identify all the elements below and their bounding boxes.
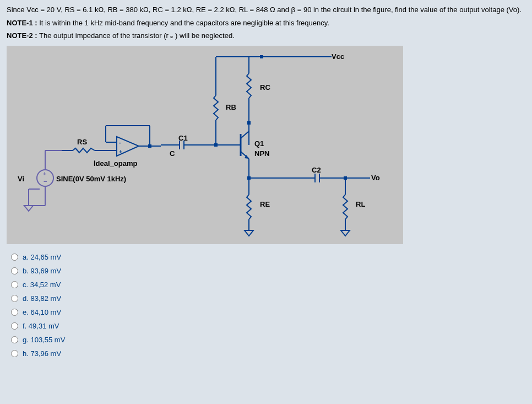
label-opamp: İdeal_opamp bbox=[94, 159, 137, 168]
svg-marker-17 bbox=[245, 230, 253, 236]
radio-f[interactable] bbox=[11, 322, 18, 330]
svg-rect-1 bbox=[260, 55, 263, 58]
option-e-text: e. 64,10 mV bbox=[23, 308, 61, 316]
option-a[interactable]: a. 24,65 mV bbox=[11, 253, 525, 261]
radio-d[interactable] bbox=[11, 295, 18, 302]
radio-h[interactable] bbox=[11, 350, 18, 357]
radio-g[interactable] bbox=[11, 336, 18, 343]
label-re: RE bbox=[260, 200, 270, 208]
svg-marker-50 bbox=[24, 206, 33, 211]
label-rb: RB bbox=[226, 103, 236, 111]
option-d-text: d. 83,82 mV bbox=[23, 294, 61, 303]
radio-e[interactable] bbox=[11, 309, 18, 316]
svg-text:+: + bbox=[43, 170, 46, 177]
option-f[interactable]: f. 49,31 mV bbox=[11, 322, 525, 330]
label-vo: Vo bbox=[371, 174, 380, 182]
label-c: C bbox=[170, 149, 175, 158]
label-rc: RC bbox=[260, 83, 270, 91]
label-rl: RL bbox=[356, 200, 365, 208]
label-rs: RS bbox=[77, 138, 87, 146]
option-g[interactable]: g. 103,55 mV bbox=[11, 336, 525, 344]
label-vi: Vi bbox=[18, 175, 24, 183]
question-note1: NOTE-1 : It is within the 1 kHz mid-band… bbox=[7, 18, 525, 29]
label-q1: Q1 bbox=[254, 139, 264, 148]
label-sine: SINE(0V 50mV 1kHz) bbox=[56, 175, 126, 183]
option-f-text: f. 49,31 mV bbox=[23, 322, 59, 330]
option-d[interactable]: d. 83,82 mV bbox=[11, 294, 525, 303]
radio-c[interactable] bbox=[11, 281, 18, 288]
option-c[interactable]: c. 34,52 mV bbox=[11, 281, 525, 289]
radio-b[interactable] bbox=[11, 267, 18, 274]
note1-label: NOTE-1 : bbox=[7, 19, 37, 27]
question-note2: NOTE-2 : The output impedance of the tra… bbox=[7, 30, 525, 41]
svg-marker-25 bbox=[341, 230, 350, 236]
note2-text: The output impedance of the transistor (… bbox=[37, 31, 235, 40]
svg-rect-37 bbox=[148, 144, 151, 148]
svg-line-10 bbox=[241, 131, 249, 138]
svg-text:−: − bbox=[44, 178, 47, 185]
svg-text:+: + bbox=[119, 149, 122, 155]
answer-options: a. 24,65 mV b. 93,69 mV c. 34,52 mV d. 8… bbox=[7, 253, 525, 358]
option-g-text: g. 103,55 mV bbox=[23, 336, 65, 344]
label-c1: C1 bbox=[178, 134, 188, 142]
svg-text:-: - bbox=[119, 139, 121, 146]
radio-a[interactable] bbox=[11, 254, 18, 261]
note2-label: NOTE-2 : bbox=[7, 31, 37, 40]
option-b-text: b. 93,69 mV bbox=[23, 267, 61, 275]
option-a-text: a. 24,65 mV bbox=[23, 253, 61, 261]
option-h[interactable]: h. 73,96 mV bbox=[11, 349, 525, 358]
note1-text: It is within the 1 kHz mid-band frequenc… bbox=[37, 19, 329, 27]
label-c2: C2 bbox=[312, 166, 321, 174]
option-c-text: c. 34,52 mV bbox=[23, 281, 61, 289]
option-h-text: h. 73,96 mV bbox=[23, 349, 61, 358]
option-b[interactable]: b. 93,69 mV bbox=[11, 267, 525, 275]
label-vcc: Vcc bbox=[332, 52, 344, 61]
option-e[interactable]: e. 64,10 mV bbox=[11, 308, 525, 316]
circuit-diagram: - + + − Vcc RC RB C1 C RS İdeal_opamp Vi… bbox=[7, 46, 403, 244]
label-npn: NPN bbox=[254, 149, 269, 158]
question-line1: Since Vcc = 20 V, RS = 6.1 kΩ, RB = 380 … bbox=[7, 4, 525, 15]
